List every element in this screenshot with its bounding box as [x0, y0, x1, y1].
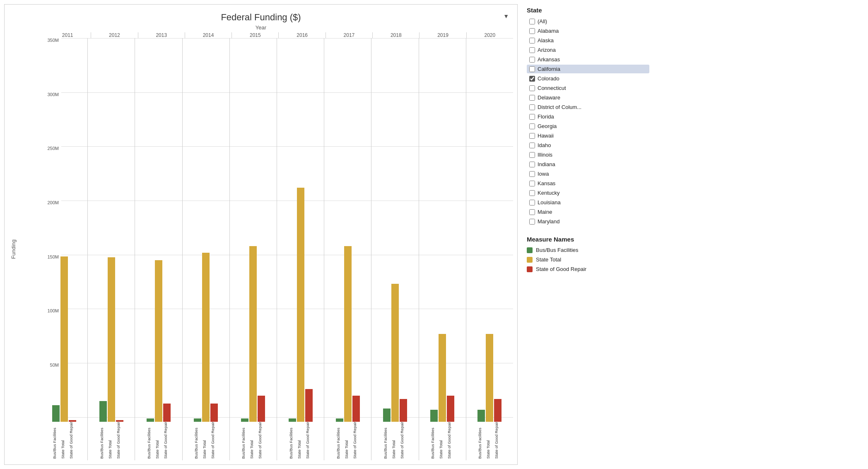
bar-sogr [400, 399, 407, 422]
state-label: Colorado [538, 75, 559, 82]
state-filter-item[interactable]: Connecticut [527, 84, 649, 92]
state-checkbox[interactable] [529, 28, 535, 34]
state-filter-item[interactable]: Arkansas [527, 55, 649, 64]
state-label: Kansas [538, 180, 555, 186]
state-label: Delaware [538, 94, 560, 101]
state-filter-item[interactable]: Maine [527, 208, 649, 216]
state-label: Georgia [538, 123, 557, 129]
state-filter-item[interactable]: Illinois [527, 150, 649, 159]
bar-wrap-sogr [352, 38, 360, 422]
legend-title: Measure Names [527, 236, 649, 243]
state-checkbox[interactable] [529, 38, 535, 44]
year-bar-group [324, 38, 371, 422]
state-checkbox[interactable] [529, 219, 535, 225]
state-filter-item[interactable]: Louisiana [527, 198, 649, 207]
state-checkbox[interactable] [529, 19, 535, 24]
bar-bus [99, 401, 107, 422]
bar-wrap-sogr [258, 38, 265, 422]
bar-wrap-bus [194, 38, 201, 422]
state-label: Alaska [538, 37, 554, 44]
legend-item: State of Good Repair [527, 266, 649, 272]
x-label: State Total [155, 422, 162, 460]
bar-wrap-bus [289, 38, 296, 422]
state-filter-item[interactable]: Alaska [527, 36, 649, 45]
state-checkbox[interactable] [529, 190, 535, 196]
year-bar-group [229, 38, 277, 422]
state-checkbox[interactable] [529, 95, 535, 101]
year-header-cell: 2014 [185, 32, 231, 38]
state-filter-item[interactable]: Kentucky [527, 189, 649, 197]
chart-plot-area: 350M300M250M200M150M100M50M0M Bus/Bus Fa… [20, 38, 513, 460]
state-checkbox[interactable] [529, 133, 535, 139]
state-filter-item[interactable]: Delaware [527, 93, 649, 102]
state-filter-item[interactable]: Colorado [527, 74, 649, 83]
state-filter-item[interactable]: Idaho [527, 141, 649, 150]
year-bar-group [419, 38, 466, 422]
y-axis-label: Funding [9, 38, 18, 460]
state-checkbox[interactable] [529, 181, 535, 186]
bar-wrap-bus [383, 38, 391, 422]
dropdown-arrow-icon[interactable]: ▼ [503, 13, 509, 19]
state-filter-item[interactable]: Maryland [527, 217, 649, 226]
state-checkbox[interactable] [529, 57, 535, 63]
state-checkbox[interactable] [529, 104, 535, 110]
year-header-cell: 2013 [138, 32, 185, 38]
x-label: State of Good Repair [69, 422, 76, 460]
bar-wrap-bus [147, 38, 154, 422]
x-label: State of Good Repair [447, 422, 454, 460]
state-checkbox[interactable] [529, 66, 535, 72]
x-label: State of Good Repair [163, 422, 171, 460]
state-filter-item[interactable]: Indiana [527, 160, 649, 169]
bar-wrap-state-total [249, 38, 257, 422]
state-checkbox[interactable] [529, 143, 535, 148]
year-bar-group [466, 38, 513, 422]
state-label: Connecticut [538, 85, 566, 91]
state-label: California [538, 66, 560, 72]
state-checkbox[interactable] [529, 123, 535, 129]
x-label: Bus/Bus Facilities [52, 422, 60, 460]
state-checkbox[interactable] [529, 162, 535, 167]
state-filter-item[interactable]: Hawaii [527, 131, 649, 140]
x-label: State of Good Repair [352, 422, 360, 460]
x-label-col: Bus/Bus FacilitiesState TotalState of Go… [419, 422, 466, 460]
state-checkbox[interactable] [529, 76, 535, 82]
state-label: Hawaii [538, 133, 554, 139]
state-filter-item[interactable]: Alabama [527, 27, 649, 35]
state-filter-item[interactable]: Iowa [527, 169, 649, 178]
state-filter-item[interactable]: Georgia [527, 122, 649, 131]
state-filter-item[interactable]: (All) [527, 17, 649, 26]
state-checkbox[interactable] [529, 152, 535, 158]
bars-area [41, 38, 513, 422]
bar-state-total [344, 246, 352, 421]
state-checkbox[interactable] [529, 47, 535, 53]
state-filter-list: (All)AlabamaAlaskaArizonaArkansasCalifor… [527, 17, 649, 226]
year-header-cell: 2015 [231, 32, 278, 38]
year-bar-group [41, 38, 87, 422]
bar-state-total [60, 256, 68, 422]
year-bar-group [87, 38, 135, 422]
state-checkbox[interactable] [529, 200, 535, 205]
state-filter-item[interactable]: Arizona [527, 46, 649, 54]
state-checkbox[interactable] [529, 209, 535, 215]
x-label: Bus/Bus Facilities [147, 422, 154, 460]
bar-sogr [352, 396, 360, 422]
legend-label: Bus/Bus Facilities [536, 247, 579, 253]
legend-swatch [527, 247, 533, 253]
sidebar: State (All)AlabamaAlaskaArizonaArkansasC… [522, 0, 654, 469]
state-filter-item[interactable]: Kansas [527, 179, 649, 188]
state-filter-item[interactable]: District of Colum... [527, 103, 649, 111]
x-label: Bus/Bus Facilities [430, 422, 438, 460]
bar-sogr [210, 404, 218, 422]
state-label: Alabama [538, 28, 559, 34]
bar-state-total [439, 334, 446, 422]
state-checkbox[interactable] [529, 85, 535, 91]
state-checkbox[interactable] [529, 171, 535, 177]
year-bar-group [371, 38, 418, 422]
year-bar-group [277, 38, 324, 422]
state-filter-item[interactable]: California [527, 65, 649, 73]
legend-items: Bus/Bus FacilitiesState TotalState of Go… [527, 247, 649, 272]
state-checkbox[interactable] [529, 114, 535, 120]
state-filter-item[interactable]: Florida [527, 112, 649, 121]
x-label: Bus/Bus Facilities [289, 422, 296, 460]
x-label: State of Good Repair [210, 422, 218, 460]
